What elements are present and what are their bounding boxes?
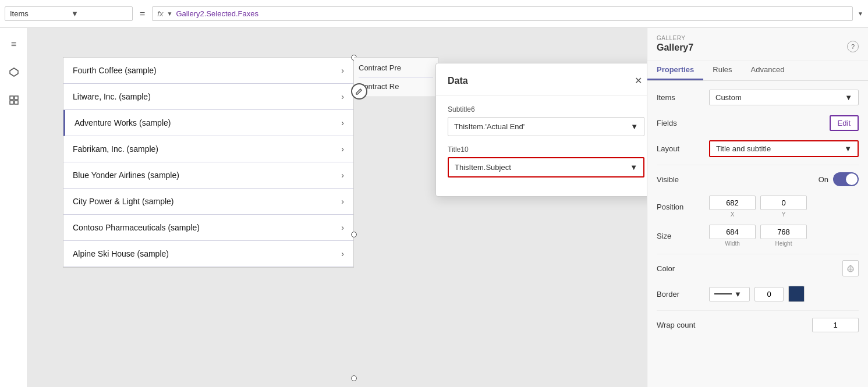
formula-text: Gallery2.Selected.Faxes	[176, 9, 258, 18]
title10-dropdown[interactable]: ThisItem.Subject ▼	[448, 157, 644, 177]
tab-rules[interactable]: Rules	[703, 61, 741, 80]
chevron-right-icon: ›	[341, 66, 344, 75]
position-x-input[interactable]	[709, 196, 756, 210]
gallery-item[interactable]: Alpine Ski House (sample) ›	[63, 241, 353, 267]
visible-toggle[interactable]	[833, 172, 859, 186]
resize-handle-mid[interactable]	[351, 232, 357, 237]
data-panel-body: Subtitle6 ThisItem.'Actual End' ▼ Title1…	[436, 96, 647, 196]
formula-bar-chevron: ▼	[858, 10, 863, 17]
color-swatch[interactable]	[842, 260, 859, 276]
divider2	[657, 254, 859, 254]
fields-edit-button[interactable]: Edit	[830, 115, 859, 131]
gallery-item[interactable]: Fabrikam, Inc. (sample) ›	[63, 136, 353, 162]
layout-prop-value: Title and subtitle ▼	[709, 140, 859, 157]
gallery-name: Gallery7	[657, 42, 693, 53]
resize-handle-bottom[interactable]	[351, 375, 357, 381]
svg-marker-0	[10, 68, 18, 76]
border-color-swatch[interactable]	[788, 286, 805, 302]
items-dropdown[interactable]: Items ▼	[5, 6, 133, 21]
border-prop-value: ▼	[709, 286, 859, 302]
gallery-item-label: Fourth Coffee (sample)	[73, 66, 157, 75]
formula-chevron-icon: ▼	[166, 10, 172, 17]
items-prop-label: Items	[657, 93, 709, 102]
tab-advanced[interactable]: Advanced	[742, 61, 794, 80]
fields-prop-value: Edit	[709, 115, 859, 131]
svg-rect-4	[15, 101, 18, 104]
wrap-prop-row: Wrap count	[657, 315, 859, 334]
props-tabs: Properties Rules Advanced	[647, 61, 868, 81]
size-height-label: Height	[775, 240, 792, 247]
size-width-group: Width	[709, 225, 756, 247]
wrap-value-input[interactable]	[812, 318, 859, 332]
sidebar-components-icon[interactable]	[5, 63, 23, 81]
subtitle6-chevron-icon: ▼	[630, 122, 638, 131]
data-panel-title: Data	[448, 76, 468, 86]
size-inputs: Width Height	[709, 225, 807, 247]
gallery-item[interactable]: Fourth Coffee (sample) ›	[63, 58, 353, 84]
size-prop-value: Width Height	[709, 225, 859, 247]
title10-field-group: Title10 ThisItem.Subject ▼	[448, 145, 644, 177]
items-dropdown-prop[interactable]: Custom ▼	[709, 90, 859, 105]
sidebar-menu-icon[interactable]: ≡	[5, 35, 23, 54]
edit-overlay-icon[interactable]	[351, 83, 367, 100]
detail-contract-pre: Contract Pre	[359, 63, 433, 77]
border-value-input[interactable]	[754, 287, 784, 301]
fields-prop-label: Fields	[657, 119, 709, 127]
border-style-chevron: ▼	[734, 290, 742, 299]
gallery-item[interactable]: City Power & Light (sample) ›	[63, 189, 353, 215]
chevron-right-icon: ›	[341, 144, 344, 154]
sidebar-screens-icon[interactable]	[5, 91, 23, 109]
position-y-input[interactable]	[760, 196, 807, 210]
layout-dropdown[interactable]: Title and subtitle ▼	[709, 140, 859, 157]
position-x-group: X	[709, 196, 756, 218]
size-height-group: Height	[760, 225, 807, 247]
data-panel: Data ✕ Subtitle6 ThisItem.'Actual End' ▼…	[435, 63, 647, 197]
chevron-right-icon: ›	[341, 118, 344, 127]
chevron-right-icon: ›	[341, 223, 344, 232]
position-y-group: Y	[760, 196, 807, 218]
visible-prop-row: Visible On	[657, 170, 859, 189]
top-bar: Items ▼ = fx ▼ Gallery2.Selected.Faxes ▼	[0, 0, 868, 28]
gallery-item[interactable]: Contoso Pharmaceuticals (sample) ›	[63, 215, 353, 241]
items-dropdown-text: Custom	[715, 93, 742, 102]
visible-prop-label: Visible	[657, 175, 709, 184]
toggle-knob	[846, 173, 858, 185]
gallery-item-label: Contoso Pharmaceuticals (sample)	[73, 223, 200, 232]
layout-dropdown-text: Title and subtitle	[716, 144, 771, 153]
gallery-item[interactable]: Blue Yonder Airlines (sample) ›	[63, 162, 353, 189]
items-chevron-icon: ▼	[845, 93, 852, 102]
gallery-item-label: Litware, Inc. (sample)	[73, 92, 151, 101]
border-prop-label: Border	[657, 290, 709, 299]
chevron-right-icon: ›	[341, 92, 344, 101]
title10-chevron-icon: ▼	[630, 163, 637, 172]
data-panel-close-button[interactable]: ✕	[632, 73, 644, 88]
color-prop-label: Color	[657, 264, 709, 273]
wrap-prop-value	[709, 318, 859, 332]
size-height-input[interactable]	[760, 225, 807, 239]
fx-icon: fx	[157, 9, 163, 18]
chevron-right-icon: ›	[341, 171, 344, 180]
title10-label: Title10	[448, 145, 644, 154]
layout-chevron-icon: ▼	[844, 144, 852, 153]
position-prop-row: Position X Y	[657, 196, 859, 218]
chevron-right-icon: ›	[341, 197, 344, 206]
equals-sign: =	[137, 9, 147, 19]
subtitle6-value: ThisItem.'Actual End'	[454, 122, 525, 131]
position-inputs: X Y	[709, 196, 807, 218]
gallery-item-label: Alpine Ski House (sample)	[73, 249, 169, 258]
wrap-prop-label: Wrap count	[657, 321, 709, 329]
gallery-item-active[interactable]: Adventure Works (sample) ›	[63, 110, 353, 136]
gallery-item-label: Adventure Works (sample)	[75, 118, 171, 127]
size-width-input[interactable]	[709, 225, 756, 239]
border-style-dropdown[interactable]: ▼	[709, 287, 750, 301]
position-y-label: Y	[782, 211, 786, 218]
gallery-item[interactable]: Litware, Inc. (sample) ›	[63, 84, 353, 110]
formula-bar[interactable]: fx ▼ Gallery2.Selected.Faxes	[152, 6, 853, 21]
title10-value: ThisItem.Subject	[455, 163, 511, 172]
help-icon[interactable]: ?	[847, 41, 859, 52]
tab-properties[interactable]: Properties	[647, 61, 703, 80]
subtitle6-dropdown[interactable]: ThisItem.'Actual End' ▼	[448, 117, 644, 136]
props-header: GALLERY Gallery7 ?	[647, 28, 868, 61]
visible-on-label: On	[819, 175, 828, 184]
position-x-label: X	[731, 211, 735, 218]
